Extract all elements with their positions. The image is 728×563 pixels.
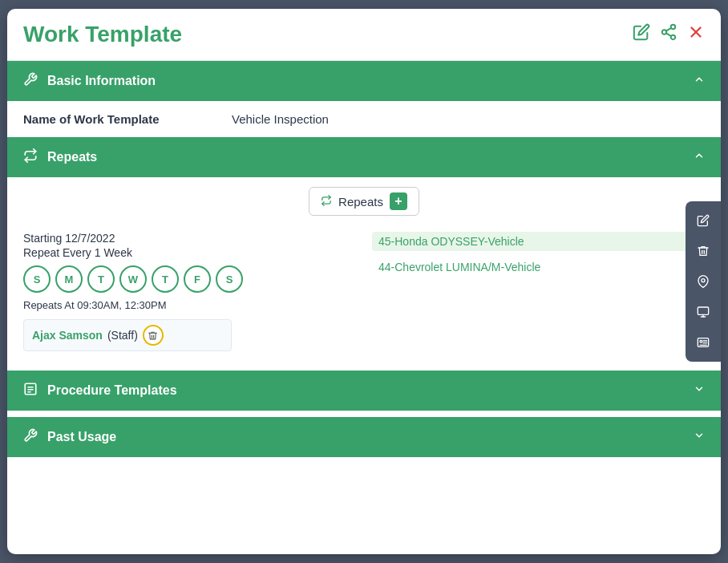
repeats-arrow [694,150,705,164]
repeats-tag[interactable]: Repeats + [309,187,419,216]
repeat-every-text: Repeat Every 1 Week [23,246,356,259]
day-circle-s1[interactable]: S [23,265,51,293]
name-field-value: Vehicle Inspection [232,112,329,126]
past-usage-wrench-icon [23,428,38,446]
sidebar-edit-icon[interactable] [690,208,716,233]
staff-link[interactable]: Ajax Samson [32,329,103,342]
repeats-detail: Starting 12/7/2022 Repeat Every 1 Week S… [7,222,721,364]
repeats-cycle-icon [23,148,38,166]
day-circle-t1[interactable]: T [87,265,115,293]
svg-point-11 [702,279,705,282]
procedure-templates-label: Procedure Templates [47,383,177,398]
vehicle-link-1[interactable]: 45-Honda ODYSSEY-Vehicle [372,232,705,251]
past-usage-section-header[interactable]: Past Usage [7,417,721,457]
sidebar-trash-icon[interactable] [690,238,716,264]
repeats-label: Repeats [47,150,97,164]
past-usage-arrow [694,430,705,444]
repeats-plus-button[interactable]: + [390,192,407,210]
svg-point-16 [700,340,702,342]
starting-text: Starting 12/7/2022 [23,232,356,245]
modal-header: Work Template [7,9,721,61]
name-field-label: Name of Work Template [23,112,232,126]
svg-rect-12 [698,307,708,314]
header-actions [633,23,705,46]
svg-line-4 [666,28,671,31]
day-circle-m[interactable]: M [55,265,83,293]
basic-info-arrow [694,74,705,88]
work-template-modal: Work Template Basic Information Name of … [7,9,721,554]
edit-icon[interactable] [633,23,650,46]
day-circle-f[interactable]: F [184,265,211,293]
days-row: S M T W T F S [23,265,356,293]
repeats-tag-label: Repeats [338,195,383,209]
close-icon[interactable] [687,23,705,46]
procedure-templates-section-header[interactable]: Procedure Templates [7,371,721,411]
day-circle-s2[interactable]: S [216,265,243,293]
procedure-doc-icon [23,382,38,399]
repeats-left-panel: Starting 12/7/2022 Repeat Every 1 Week S… [23,232,356,351]
vehicle-link-2[interactable]: 44-Chevrolet LUMINA/M-Vehicle [372,257,705,277]
repeats-section-header[interactable]: Repeats [7,137,721,177]
share-icon[interactable] [660,23,677,46]
repeats-tag-row: Repeats + [7,177,721,222]
repeats-right-panel: 45-Honda ODYSSEY-Vehicle 44-Chevrolet LU… [372,232,705,351]
name-field-row: Name of Work Template Vehicle Inspection [7,101,721,137]
staff-type: (Staff) [107,329,138,342]
staff-row: Ajax Samson (Staff) [23,319,232,351]
right-sidebar [686,201,721,362]
wrench-icon [23,72,38,90]
repeats-tag-cycle-icon [321,195,332,209]
basic-info-section-header[interactable]: Basic Information [7,61,721,101]
day-circle-w[interactable]: W [119,265,147,293]
svg-line-3 [666,33,671,36]
procedure-templates-arrow [694,383,705,398]
basic-info-label: Basic Information [47,74,156,88]
modal-title: Work Template [23,22,182,47]
sidebar-location-icon[interactable] [690,269,716,294]
sidebar-card-icon[interactable] [690,330,716,355]
repeats-content: Repeats + Starting 12/7/2022 Repeat Ever… [7,177,721,364]
day-circle-t2[interactable]: T [152,265,179,293]
past-usage-label: Past Usage [47,430,116,444]
sidebar-monitor-icon[interactable] [690,299,716,325]
repeats-at-text: Repeats At 09:30AM, 12:30PM [23,299,356,311]
staff-trash-button[interactable] [143,325,164,346]
